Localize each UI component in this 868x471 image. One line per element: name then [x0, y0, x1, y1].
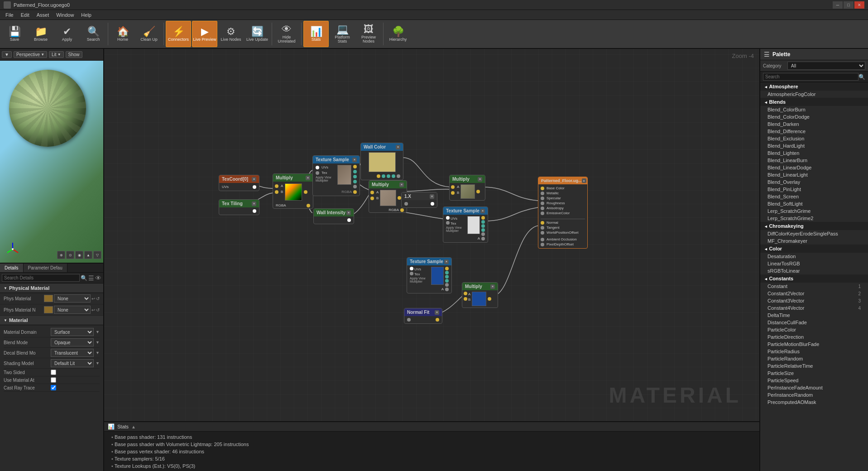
pal-category-color[interactable]: Color	[760, 245, 868, 253]
cleanup-button[interactable]: 🧹 Clean Up	[136, 21, 162, 47]
texturesample2-node[interactable]: Texture Sample × UVs Tex Apply View Mult…	[443, 207, 488, 243]
wallintensity-node[interactable]: Wall Intensity ×	[313, 208, 354, 224]
phys-material-select[interactable]: None	[54, 294, 91, 303]
pal-item-deltatime[interactable]: DeltaTime	[760, 312, 868, 319]
phys-material-n-arrow[interactable]: ↩	[91, 308, 95, 312]
pal-item-blend-screen[interactable]: Blend_Screen	[760, 193, 868, 200]
menu-window[interactable]: Window	[53, 10, 77, 20]
pal-item-particlerandom[interactable]: ParticleRandom	[760, 355, 868, 362]
connectors-button[interactable]: ⚡ Connectors	[166, 21, 191, 47]
pal-item-lerp-scratchgrime2[interactable]: Lerp_ScratchGrime2	[760, 215, 868, 222]
phys-material-arrow[interactable]: ↩	[91, 296, 95, 301]
texturesample3-node[interactable]: Texture Sample × UVs Tex Apply View Mult…	[407, 257, 452, 293]
stats-button[interactable]: 📊 Stats	[303, 21, 329, 47]
phys-material-n-reset[interactable]: ↺	[96, 308, 100, 312]
material-section-header[interactable]: Material	[0, 316, 103, 325]
pal-item-distancecullfade[interactable]: DistanceCullFade	[760, 319, 868, 326]
ts3-close[interactable]: ×	[444, 260, 449, 264]
pal-item-srgbtolinear[interactable]: sRGBToLinear	[760, 267, 868, 274]
vp-ctrl-4[interactable]: ▲	[84, 251, 92, 259]
two-sided-checkbox[interactable]	[51, 370, 56, 375]
close-button[interactable]: ✕	[854, 1, 864, 9]
pal-item-blend-hardlight[interactable]: Blend_HardLight	[760, 142, 868, 149]
pal-item-particlemotionblur[interactable]: ParticleMotionBlurFade	[760, 341, 868, 348]
pal-item-particlereltime[interactable]: ParticleRelativeTime	[760, 362, 868, 370]
pal-item-desaturation[interactable]: Desaturation	[760, 253, 868, 260]
livepreview-button[interactable]: ▶ Live Preview	[192, 21, 217, 47]
pal-item-blend-difference[interactable]: Blend_Difference	[760, 128, 868, 135]
category-select[interactable]: All	[787, 62, 865, 70]
nf-close[interactable]: ×	[435, 310, 439, 315]
shading-model-select[interactable]: Default Lit	[51, 359, 94, 367]
pal-item-constant4[interactable]: Constant4Vector 4	[760, 304, 868, 312]
palette-search-icon[interactable]: 🔍	[858, 74, 865, 80]
lit-button[interactable]: Lit ▼	[49, 51, 63, 58]
texcoord-node[interactable]: TexCoord[0] × UVs	[219, 175, 259, 191]
search-button[interactable]: 🔍 Search	[81, 21, 106, 47]
save-button[interactable]: 💾 Save	[2, 21, 27, 47]
pal-item-blend-colorburn[interactable]: Blend_ColorBurn	[760, 106, 868, 113]
pal-item-particlesize[interactable]: ParticleSize	[760, 370, 868, 377]
textiling-close[interactable]: ×	[252, 202, 256, 206]
pal-item-particlecolor[interactable]: ParticleColor	[760, 326, 868, 333]
pal-category-blends[interactable]: Blends	[760, 98, 868, 106]
menu-asset[interactable]: Asset	[33, 10, 53, 20]
stats-header[interactable]: 📊 Stats ▲	[104, 422, 759, 432]
pal-item-constant3[interactable]: Constant3Vector 3	[760, 297, 868, 304]
normalfit-node[interactable]: Normal Fit ×	[404, 308, 442, 324]
hierarchy-button[interactable]: 🌳 Hierarchy	[385, 21, 411, 47]
wallcolor-node[interactable]: Wall Color ×	[360, 143, 403, 180]
pal-item-blend-lineardodge[interactable]: Blend_LinearDodge	[760, 164, 868, 171]
pal-item-lineartosrgb[interactable]: LinearTosRGB	[760, 260, 868, 267]
previewnodes-button[interactable]: 🖼 Preview Nodes	[356, 21, 381, 47]
cast-ray-checkbox[interactable]	[51, 385, 56, 390]
show-button[interactable]: Show	[66, 51, 82, 58]
const-close[interactable]: ×	[430, 194, 434, 199]
details-search-input[interactable]	[2, 274, 80, 282]
pal-item-blend-linearlight[interactable]: Blend_LinearLight	[760, 171, 868, 178]
main-result-node[interactable]: Patterned_Floor.ug... × Base Color Metal…	[538, 177, 588, 249]
texcoord-close[interactable]: ×	[252, 177, 256, 182]
maximize-button[interactable]: □	[844, 1, 854, 9]
multiply4-node[interactable]: Multiply × A B	[462, 282, 498, 308]
platformstats-button[interactable]: 💻 Platform Stats	[330, 21, 355, 47]
main-close[interactable]: ×	[582, 178, 586, 183]
pal-category-constants[interactable]: Constants	[760, 274, 868, 283]
phys-material-n-select[interactable]: None	[54, 306, 91, 314]
pal-item-blend-lighten[interactable]: Blend_Lighten	[760, 149, 868, 157]
ts1-close[interactable]: ×	[352, 158, 357, 162]
pal-item-particledirection[interactable]: ParticleDirection	[760, 333, 868, 341]
menu-edit[interactable]: Edit	[17, 10, 33, 20]
tab-details[interactable]: Details	[0, 264, 24, 272]
node-canvas[interactable]: Zoom -4 MATERIAL	[104, 49, 759, 421]
apply-button[interactable]: ✔ Apply	[54, 21, 80, 47]
palette-search-input[interactable]	[763, 73, 858, 81]
pal-item-blend-pinlight[interactable]: Blend_PinLight	[760, 186, 868, 193]
blend-mode-select[interactable]: Opaque	[51, 338, 94, 346]
minimize-button[interactable]: ─	[833, 1, 843, 9]
use-material-checkbox[interactable]	[51, 377, 56, 383]
pal-item-atmosphericfogcolor[interactable]: AtmosphericFogColor	[760, 91, 868, 98]
wallcolor-close[interactable]: ×	[396, 145, 400, 149]
pal-item-blend-softlight[interactable]: Blend_SoftLight	[760, 200, 868, 207]
pal-item-blend-exclusion[interactable]: Blend_Exclusion	[760, 135, 868, 142]
menu-help[interactable]: Help	[77, 10, 95, 20]
tab-paramdefault[interactable]: Parameter Defau	[24, 264, 67, 272]
multiply1-close[interactable]: ×	[306, 176, 310, 180]
pal-item-blend-overlay[interactable]: Blend_Overlay	[760, 178, 868, 186]
pal-item-blend-darken[interactable]: Blend_Darken	[760, 120, 868, 128]
pal-item-lerp-scratchgrime[interactable]: Lerp_ScratchGrime	[760, 207, 868, 215]
menu-file[interactable]: File	[2, 10, 17, 20]
decal-blend-select[interactable]: Translucent	[51, 349, 94, 357]
wallint-close[interactable]: ×	[346, 211, 351, 215]
physical-material-section-header[interactable]: Physical Material	[0, 284, 103, 293]
vp-ctrl-5[interactable]: ▽	[93, 251, 101, 259]
vp-ctrl-3[interactable]: ◉	[75, 251, 83, 259]
details-list-icon[interactable]: ☰	[88, 274, 94, 282]
stats-expand[interactable]: ▲	[131, 424, 136, 429]
perspective-button[interactable]: Perspective ▼	[14, 51, 47, 58]
details-search-icon[interactable]: 🔍	[81, 275, 87, 281]
material-domain-select[interactable]: Surface	[51, 328, 94, 336]
pal-item-particleradius[interactable]: ParticleRadius	[760, 348, 868, 355]
vp-ctrl-2[interactable]: ⊙	[66, 251, 74, 259]
